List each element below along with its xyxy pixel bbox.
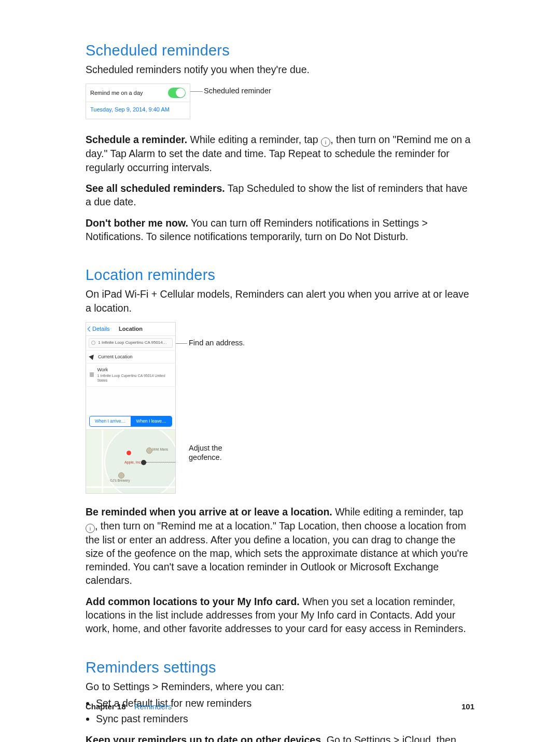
- scheduled-p1: Schedule a reminder. While editing a rem…: [86, 133, 474, 174]
- chapter-name: Reminders: [134, 702, 172, 711]
- location-intro: On iPad Wi-Fi + Cellular models, Reminde…: [86, 287, 474, 315]
- remind-on-day-label: Remind me on a day: [90, 89, 143, 97]
- location-p2: Add common locations to your My Info car…: [86, 595, 474, 636]
- scheduled-p2: See all scheduled reminders. Tap Schedul…: [86, 181, 474, 209]
- list-item: Sync past reminders: [96, 712, 474, 725]
- info-icon: [86, 524, 95, 533]
- chapter-label: Chapter 18: [86, 702, 126, 711]
- callout-adjust-geofence: Adjust the geofence.: [176, 444, 245, 462]
- location-callouts: Find an address. Adjust the geofence.: [176, 322, 245, 462]
- map-poi-label: GJ's Brewery: [110, 479, 130, 483]
- building-icon: [90, 372, 94, 377]
- location-p1: Be reminded when you arrive at or leave …: [86, 505, 474, 587]
- callout-text: Find an address.: [189, 339, 245, 347]
- callout-scheduled-reminder: Scheduled reminder: [190, 87, 271, 95]
- scheduled-p1-bold: Schedule a reminder.: [86, 134, 187, 145]
- location-title: Location: [119, 325, 143, 333]
- work-location-item[interactable]: Work 1 Infinite Loop Cupertino CA 95014 …: [86, 363, 175, 386]
- figure-location-reminder: Details Location 1 Infinite Loop Cuperti…: [86, 322, 474, 494]
- reminder-details-card: Remind me on a day Tuesday, Sep 9, 2014,…: [86, 83, 190, 119]
- callout-text: Scheduled reminder: [204, 87, 271, 95]
- section-title-location: Location reminders: [86, 265, 474, 285]
- section-title-scheduled: Scheduled reminders: [86, 40, 474, 61]
- segment-leave[interactable]: When I leave…: [131, 416, 172, 426]
- leader-line: [190, 91, 203, 92]
- settings-intro: Go to Settings > Reminders, where you ca…: [86, 680, 474, 693]
- list-gap: [86, 386, 175, 416]
- map-pin-icon: [127, 451, 131, 455]
- settings-p1: Keep your reminders up to date on other …: [86, 733, 474, 742]
- scheduled-p3: Don't bother me now. You can turn off Re…: [86, 216, 474, 244]
- geofence-map[interactable]: Mrkt Mans GJ's Brewery Apple, Inc: [86, 429, 175, 493]
- remind-on-day-row: Remind me on a day: [86, 84, 190, 102]
- map-poi-icon: [118, 472, 124, 479]
- back-button[interactable]: Details: [88, 325, 110, 333]
- reminder-date-row[interactable]: Tuesday, Sep 9, 2014, 9:40 AM: [86, 102, 190, 119]
- search-text: 1 Infinite Loop Cupertino CA 95014…: [98, 340, 167, 345]
- segment-arrive[interactable]: When I arrive…: [90, 416, 131, 426]
- map-poi-label: Mrkt Mans: [152, 447, 168, 452]
- info-icon: [321, 137, 330, 147]
- map-road: [86, 486, 175, 488]
- figure-scheduled-reminder: Remind me on a day Tuesday, Sep 9, 2014,…: [86, 83, 474, 119]
- current-location-item[interactable]: Current Location: [86, 350, 175, 363]
- location-navbar: Details Location: [86, 323, 175, 336]
- arrive-leave-segmented[interactable]: When I arrive… When I leave…: [89, 416, 172, 427]
- scheduled-intro: Scheduled reminders notify you when they…: [86, 63, 474, 76]
- map-poi-icon: [146, 447, 152, 454]
- chevron-left-icon: [88, 326, 92, 332]
- leader-line: [146, 462, 175, 463]
- page: Scheduled reminders Scheduled reminders …: [0, 0, 560, 742]
- location-arrow-icon: [89, 353, 95, 360]
- callout-text: Adjust the geofence.: [189, 444, 222, 462]
- section-title-settings: Reminders settings: [86, 657, 474, 678]
- callout-find-address: Find an address.: [176, 339, 245, 347]
- leader-line: [176, 343, 187, 344]
- geofence-handle[interactable]: [141, 460, 146, 465]
- location-screen: Details Location 1 Infinite Loop Cuperti…: [86, 322, 176, 494]
- map-road: [102, 430, 103, 493]
- remind-on-day-toggle[interactable]: [168, 88, 186, 98]
- page-number: 101: [461, 702, 474, 712]
- page-footer: Chapter 18 Reminders 101: [86, 702, 474, 712]
- map-pin-label: Apple, Inc: [124, 460, 141, 465]
- location-search-field[interactable]: 1 Infinite Loop Cupertino CA 95014…: [89, 338, 173, 348]
